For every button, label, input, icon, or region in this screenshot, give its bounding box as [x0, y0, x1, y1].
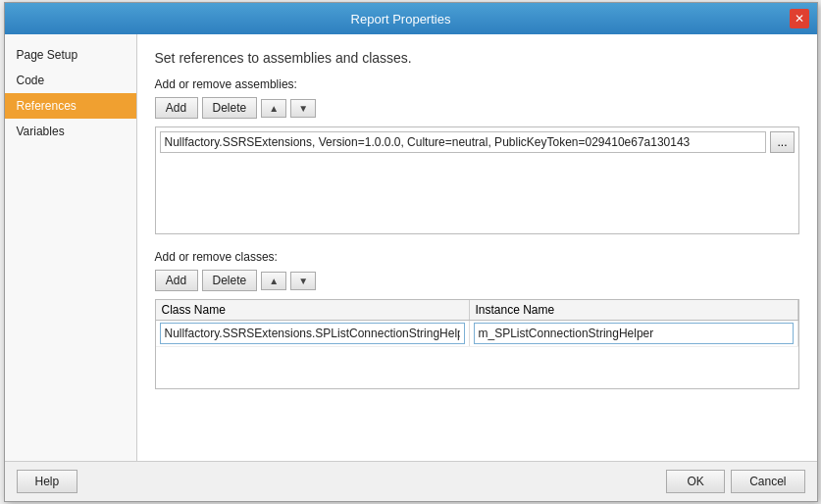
- sidebar-item-code[interactable]: Code: [5, 68, 136, 93]
- assembly-row: ...: [160, 131, 795, 153]
- assemblies-up-button[interactable]: ▲: [261, 99, 286, 118]
- assemblies-label: Add or remove assemblies:: [155, 77, 799, 91]
- assemblies-delete-button[interactable]: Delete: [202, 97, 258, 119]
- classes-label: Add or remove classes:: [155, 250, 799, 264]
- class-table-body: [155, 321, 799, 389]
- assemblies-btn-row: Add Delete ▲ ▼: [155, 97, 799, 119]
- col-header-instance-name: Instance Name: [470, 300, 798, 320]
- sidebar-item-variables[interactable]: Variables: [5, 119, 136, 144]
- col-header-class-name: Class Name: [156, 300, 470, 320]
- assemblies-add-button[interactable]: Add: [155, 97, 198, 119]
- title-bar: Report Properties ✕: [5, 3, 817, 34]
- instance-name-input[interactable]: [474, 323, 794, 344]
- class-row: [156, 321, 798, 347]
- cancel-button[interactable]: Cancel: [731, 470, 804, 493]
- classes-delete-button[interactable]: Delete: [202, 270, 258, 291]
- dialog-title: Report Properties: [13, 12, 790, 26]
- classes-down-button[interactable]: ▼: [290, 272, 316, 290]
- class-table-header: Class Name Instance Name: [155, 299, 799, 321]
- class-name-cell: [156, 321, 470, 346]
- dialog-footer: Help OK Cancel: [5, 461, 817, 501]
- classes-up-button[interactable]: ▲: [261, 272, 286, 290]
- assembly-browse-button[interactable]: ...: [770, 131, 794, 153]
- assemblies-list: ...: [155, 126, 799, 234]
- close-button[interactable]: ✕: [790, 9, 809, 28]
- sidebar: Page Setup Code References Variables: [5, 34, 137, 461]
- sidebar-item-page-setup[interactable]: Page Setup: [5, 42, 136, 68]
- assemblies-down-button[interactable]: ▼: [290, 99, 316, 118]
- dialog-body: Page Setup Code References Variables Set…: [5, 34, 817, 461]
- assembly-input[interactable]: [160, 131, 767, 153]
- main-content: Set references to assemblies and classes…: [137, 34, 817, 461]
- section-title: Set references to assemblies and classes…: [155, 50, 799, 66]
- classes-btn-row: Add Delete ▲ ▼: [155, 270, 799, 291]
- sidebar-item-references[interactable]: References: [5, 93, 136, 119]
- help-button[interactable]: Help: [17, 470, 78, 493]
- instance-name-cell: [470, 321, 798, 346]
- ok-button[interactable]: OK: [666, 470, 725, 493]
- footer-right-buttons: OK Cancel: [666, 470, 804, 493]
- class-name-input[interactable]: [160, 323, 465, 344]
- classes-add-button[interactable]: Add: [155, 270, 198, 291]
- report-properties-dialog: Report Properties ✕ Page Setup Code Refe…: [4, 2, 818, 502]
- classes-section: Add or remove classes: Add Delete ▲ ▼ Cl…: [155, 250, 799, 389]
